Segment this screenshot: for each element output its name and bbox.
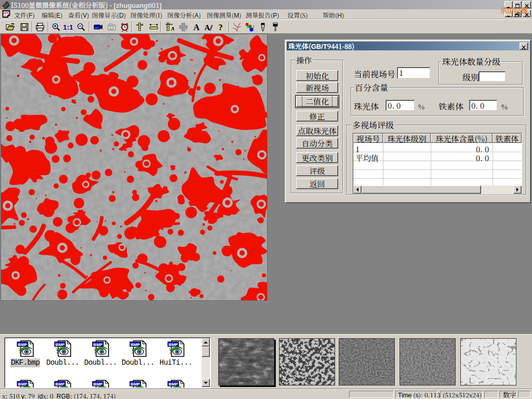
svg-text:c: c (142, 22, 143, 25)
svg-text:a: a (249, 24, 251, 28)
svg-text:BMP: BMP (169, 342, 178, 347)
svg-text:DOC: DOC (2, 11, 10, 15)
svg-text:BMP: BMP (94, 382, 103, 387)
svg-text:BMP: BMP (131, 342, 140, 347)
svg-text:A: A (204, 23, 210, 32)
svg-text:1:1: 1:1 (63, 23, 73, 31)
svg-text:A: A (193, 22, 200, 32)
svg-text:A: A (171, 25, 174, 32)
svg-text:?: ? (218, 22, 222, 32)
svg-text:BMP: BMP (169, 382, 178, 387)
svg-text:BMP: BMP (56, 342, 65, 347)
svg-text:BMP: BMP (56, 382, 65, 387)
svg-text:3: 3 (252, 25, 254, 29)
svg-text:BMP: BMP (18, 342, 28, 347)
svg-text:BMP: BMP (94, 342, 103, 347)
svg-text:1: 1 (246, 24, 248, 28)
svg-text:BMP: BMP (131, 382, 140, 387)
svg-text:BMP: BMP (18, 382, 28, 387)
